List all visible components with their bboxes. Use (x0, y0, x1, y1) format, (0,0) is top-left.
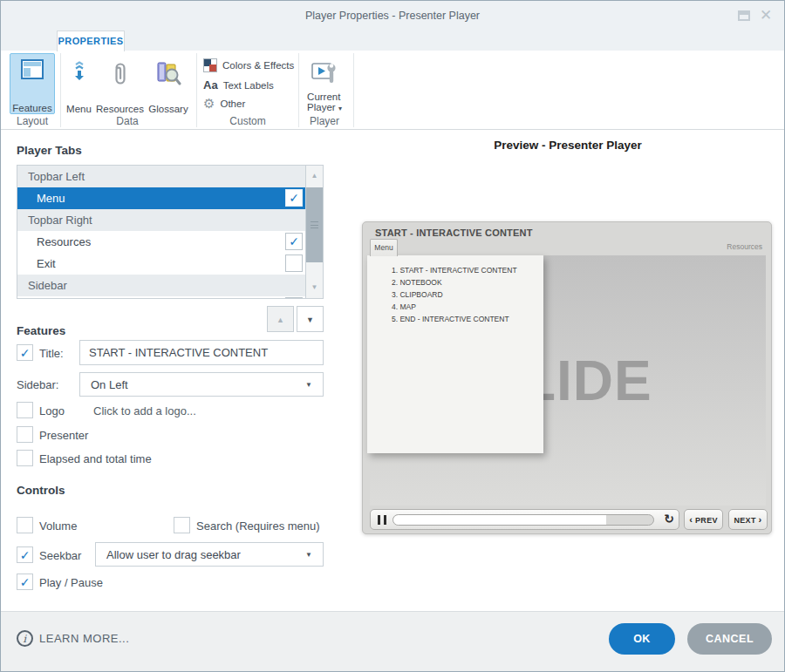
current-player-icon (311, 56, 338, 91)
logo-label: Logo (39, 404, 65, 417)
list-row-label: Exit (17, 257, 56, 270)
sidebar-select-value: On Left (91, 378, 128, 391)
features-button[interactable]: Features (10, 53, 55, 114)
scroll-down-button[interactable]: ▼ (306, 277, 323, 298)
arrow-up-icon: ▲ (311, 172, 318, 180)
sidebar-select[interactable]: On Left ▼ (79, 372, 324, 397)
arrow-up-icon: ▲ (276, 316, 284, 324)
preview-seekbar[interactable] (392, 514, 654, 526)
check-icon (20, 345, 31, 361)
check-icon (289, 190, 299, 206)
list-item-resources[interactable]: Resources (17, 231, 305, 253)
play-pause-checkbox[interactable] (17, 574, 33, 590)
preview-title: Preview - Presenter Player (363, 139, 773, 152)
tab-properties[interactable]: PROPERTIES (57, 31, 125, 51)
controls-section-title: Controls (17, 484, 65, 497)
color-swatch-icon (203, 58, 217, 72)
player-properties-dialog: Player Properties - Presenter Player ✕ P… (0, 0, 785, 672)
preview-menu-tab[interactable]: Menu (370, 239, 398, 256)
paperclip-icon (110, 56, 131, 91)
colors-effects-button[interactable]: Colors & Effects (203, 58, 294, 72)
list-item-menu[interactable]: Menu (17, 187, 305, 209)
chevron-right-icon: › (759, 514, 762, 525)
preview-resources-tab[interactable]: Resources (727, 242, 762, 251)
seekbar-select[interactable]: Allow user to drag seekbar ▼ (95, 542, 324, 567)
elapsed-time-label: Elapsed and total time (39, 452, 152, 465)
colors-effects-label: Colors & Effects (222, 60, 294, 71)
chevron-down-icon: ▼ (305, 551, 312, 559)
ok-button[interactable]: OK (609, 623, 675, 655)
current-player-button[interactable]: Current Player ▾ (301, 53, 348, 114)
scroll-up-button[interactable]: ▲ (306, 166, 323, 187)
seekbar-checkbox[interactable] (17, 546, 33, 563)
title-input[interactable] (79, 340, 324, 365)
list-row-label: Topbar Left (17, 170, 85, 183)
menu-item[interactable]: 3. CLIPBOARD (392, 288, 543, 301)
group-label-layout: Layout (10, 115, 55, 127)
features-button-label: Features (12, 103, 51, 113)
list-group-sidebar[interactable]: Sidebar (17, 275, 305, 296)
next-button[interactable]: NEXT › (728, 509, 768, 530)
glossary-button-label: Glossary (148, 104, 188, 114)
arrow-down-icon: ▼ (306, 316, 314, 324)
text-labels-button[interactable]: Aa Text Labels (203, 78, 274, 92)
menu-button[interactable]: Menu (64, 53, 94, 114)
other-label: Other (220, 98, 245, 109)
volume-label: Volume (39, 519, 77, 533)
exit-checkbox[interactable] (285, 255, 303, 272)
preview-control-bar: ↻ (370, 509, 679, 530)
prev-button[interactable]: ‹ PREV (684, 509, 723, 530)
ribbon-separator (298, 53, 299, 127)
resources-checkbox[interactable] (285, 233, 303, 250)
other-button[interactable]: ⚙ Other (203, 97, 245, 110)
chevron-down-icon: ▼ (305, 381, 312, 389)
sidebar-field-label: Sidebar: (17, 378, 58, 391)
title-field-label: Title: (39, 347, 64, 360)
chevron-left-icon: ‹ (689, 514, 693, 525)
list-item-exit[interactable]: Exit (17, 253, 305, 275)
features-layout-icon (21, 59, 44, 79)
volume-checkbox[interactable] (17, 517, 33, 533)
pause-icon[interactable] (378, 515, 386, 525)
replay-icon[interactable]: ↻ (664, 512, 674, 526)
cancel-button[interactable]: CANCEL (687, 623, 772, 655)
elapsed-time-checkbox[interactable] (17, 450, 33, 466)
learn-more-link[interactable]: i LEARN MORE... (17, 630, 129, 647)
preview-menu-panel: 1. START - INTERACTIVE CONTENT 2. NOTEBO… (367, 255, 543, 453)
logo-checkbox[interactable] (17, 402, 33, 418)
list-row-label: Sidebar (17, 279, 67, 292)
presenter-label: Presenter (39, 429, 88, 442)
features-section-title: Features (17, 324, 65, 337)
maximize-button[interactable] (738, 10, 750, 21)
move-down-button[interactable]: ▼ (297, 306, 324, 332)
footer: i LEARN MORE... OK CANCEL (1, 611, 784, 672)
move-up-button[interactable]: ▲ (267, 306, 294, 332)
logo-hint[interactable]: Click to add a logo... (93, 404, 196, 417)
menu-item[interactable]: 1. START - INTERACTIVE CONTENT (392, 264, 543, 276)
list-row-label: Resources (17, 235, 91, 248)
window-title: Player Properties - Presenter Player (1, 1, 784, 31)
resources-button[interactable]: Resources (95, 53, 145, 114)
scrollbar-thumb[interactable] (306, 187, 323, 262)
player-tabs-title: Player Tabs (17, 144, 82, 157)
player-tabs-list: Topbar Left Menu Topbar Right Resources … (17, 165, 324, 299)
menu-button-label: Menu (66, 104, 92, 114)
play-pause-label: Play / Pause (39, 576, 103, 589)
menu-item[interactable]: 4. MAP (392, 301, 543, 313)
menu-item[interactable]: 2. NOTEBOOK (392, 276, 543, 288)
menu-arrow-icon (70, 56, 89, 91)
list-group-topbar-right[interactable]: Topbar Right (17, 209, 305, 231)
current-player-label-line2: Player (307, 102, 336, 112)
search-checkbox[interactable] (174, 517, 190, 533)
close-button[interactable]: ✕ (756, 4, 775, 27)
presenter-checkbox[interactable] (17, 426, 33, 443)
list-scrollbar[interactable]: ▲ ▼ (305, 166, 323, 298)
group-label-player: Player (301, 115, 348, 127)
current-player-label-line1: Current (307, 92, 340, 102)
title-checkbox[interactable] (17, 344, 33, 361)
grip-icon (311, 221, 318, 228)
list-group-topbar-left[interactable]: Topbar Left (17, 166, 305, 187)
glossary-button[interactable]: Glossary (146, 53, 191, 114)
menu-item[interactable]: 5. END - INTERACTIVE CONTENT (392, 313, 543, 325)
menu-checkbox[interactable] (285, 189, 303, 207)
